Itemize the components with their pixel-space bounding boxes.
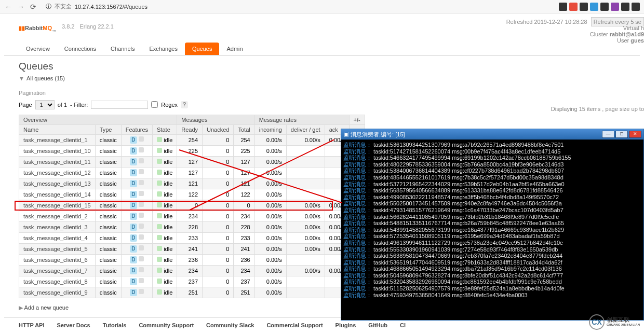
- queue-name-link[interactable]: task_message_clientid_13: [23, 180, 91, 187]
- total-count: 127: [234, 156, 254, 167]
- tab-overview[interactable]: Overview: [19, 43, 57, 55]
- queue-name-link[interactable]: task_message_clientid_11: [23, 159, 91, 165]
- col-header[interactable]: Ready: [177, 124, 203, 134]
- footer-link[interactable]: Community Slack: [206, 322, 254, 328]
- filter-input[interactable]: [91, 101, 148, 109]
- col-header[interactable]: Total: [234, 124, 254, 134]
- displaying-label: Displaying 15 items , page size up to: [551, 106, 644, 112]
- queue-name-link[interactable]: task_message_clientid_6: [23, 257, 88, 263]
- queue-state: idle: [153, 156, 177, 167]
- table-row: task_message_clientid_5classicD idle2410…: [19, 243, 365, 254]
- ext-icon[interactable]: [600, 3, 609, 11]
- durable-badge: D: [130, 224, 137, 231]
- back-icon[interactable]: ←: [4, 3, 12, 11]
- close-button[interactable]: ✕: [629, 131, 641, 138]
- log-line: 监听消息： taskid:5638958104734470669 msg:7eb…: [343, 253, 641, 259]
- reload-icon[interactable]: ⟳: [29, 3, 37, 11]
- queue-name-link[interactable]: task_message_clientid_5: [23, 246, 88, 252]
- ext-icon[interactable]: [621, 3, 629, 11]
- incoming-rate: 0.00/s: [254, 189, 286, 200]
- queue-name-link[interactable]: task_message_clientid_7: [23, 268, 88, 274]
- durable-badge: D: [130, 191, 137, 198]
- help-icon[interactable]: ?: [181, 101, 188, 108]
- total-count: 122: [234, 189, 254, 200]
- insecure-label: 不安全: [55, 3, 72, 10]
- col-header[interactable]: incoming: [254, 124, 286, 134]
- queue-type: classic: [95, 221, 121, 232]
- queue-state: idle: [153, 243, 177, 254]
- queue-name-link[interactable]: task_message_clientid_12: [23, 170, 91, 176]
- unacked-count: 0: [203, 178, 234, 189]
- ext-icon[interactable]: [590, 3, 598, 11]
- tab-exchanges[interactable]: Exchanges: [142, 43, 184, 55]
- queue-state: idle: [153, 265, 177, 276]
- tab-queues[interactable]: Queues: [185, 43, 220, 55]
- col-header[interactable]: Features: [121, 124, 152, 134]
- log-line: 监听消息： taskid:5115282506254907579 msg:8e8…: [343, 285, 641, 292]
- footer-link[interactable]: Tutorials: [103, 322, 127, 328]
- log-line: 监听消息： taskid:5365191477044609519 msg:79b…: [343, 259, 641, 266]
- col-header[interactable]: deliver / get: [286, 124, 325, 134]
- ext-icon[interactable]: [569, 3, 578, 11]
- tab-channels[interactable]: Channels: [103, 43, 142, 55]
- feature-icon: [139, 169, 144, 174]
- tab-connections[interactable]: Connections: [57, 43, 103, 55]
- minimize-button[interactable]: —: [602, 131, 614, 138]
- queue-name-link[interactable]: task_message_clientid_15: [23, 202, 91, 208]
- ready-count: 236: [177, 254, 203, 265]
- incoming-rate: 0.00/s: [254, 221, 286, 232]
- ext-icon[interactable]: [559, 3, 567, 11]
- queue-name-link[interactable]: task_message_clientid_9: [23, 289, 88, 296]
- footer-link[interactable]: Server Docs: [57, 322, 90, 328]
- maximize-button[interactable]: □: [615, 131, 628, 138]
- queue-name-link[interactable]: task_message_clientid_4: [23, 235, 88, 241]
- expander-label: All queues (15): [26, 75, 65, 81]
- queue-name-link[interactable]: task_message_clientid_10: [23, 148, 91, 154]
- col-header[interactable]: State: [153, 124, 177, 134]
- queue-name-link[interactable]: task_message_clientid_14: [23, 191, 91, 198]
- column-toggle[interactable]: +/-: [349, 115, 365, 124]
- deliver-rate: 0.00/s: [286, 221, 325, 232]
- refresh-timestamp: Refreshed 2019-12-27 10:28:28: [506, 19, 587, 25]
- ext-icon[interactable]: [580, 3, 588, 11]
- watermark-text-1: 创新互联: [607, 317, 640, 322]
- queue-name-link[interactable]: task_message_clientid_8: [23, 279, 88, 285]
- footer-link[interactable]: HTTP API: [19, 322, 45, 328]
- refresh-info: Refreshed 2019-12-27 10:28:28 Refresh ev…: [506, 19, 644, 44]
- regex-label: Regex: [161, 102, 178, 108]
- queue-name-link[interactable]: task_message_clientid_1: [23, 137, 88, 143]
- incoming-rate: 0.00/s: [254, 276, 286, 287]
- log-line: 监听消息： taskid:5466324177495499994 msg:691…: [343, 155, 641, 161]
- regex-checkbox[interactable]: [151, 101, 158, 108]
- col-header[interactable]: Name: [19, 124, 96, 134]
- footer-link[interactable]: Cl: [400, 322, 406, 328]
- footer-link[interactable]: Community Support: [139, 322, 194, 328]
- queue-type: classic: [95, 265, 121, 276]
- footer-link[interactable]: Plugins: [336, 322, 356, 328]
- queue-name-link[interactable]: task_message_clientid_2: [23, 213, 88, 219]
- total-count: 254: [234, 134, 254, 145]
- incoming-rate: 0.00/s: [254, 243, 286, 254]
- total-count: 233: [234, 232, 254, 243]
- log-line: 监听消息： taskid:4802295785336359004 msg:5b7…: [343, 161, 641, 168]
- queue-type: classic: [95, 276, 121, 287]
- tab-admin[interactable]: Admin: [219, 43, 250, 55]
- forward-icon[interactable]: →: [17, 3, 25, 11]
- total-count: 237: [234, 276, 254, 287]
- table-row: task_message_clientid_13classicD idle121…: [19, 178, 365, 189]
- page-select[interactable]: 1: [35, 100, 55, 109]
- queue-state: idle: [153, 276, 177, 287]
- col-header[interactable]: Unacked: [203, 124, 234, 134]
- logo-text-a: Rabbit: [25, 25, 43, 31]
- total-count: 241: [234, 243, 254, 254]
- virtual-host-label: Virtual h: [623, 25, 644, 31]
- all-queues-expander[interactable]: ▼All queues (15): [4, 74, 640, 86]
- col-header[interactable]: Type: [95, 124, 121, 134]
- address-bar[interactable]: ⓘ 不安全 10.27.4.123:15672/#/queues: [42, 2, 197, 11]
- queue-name-link[interactable]: task_message_clientid_3: [23, 224, 88, 230]
- ext-icon[interactable]: [632, 3, 640, 11]
- ext-icon[interactable]: [611, 3, 619, 11]
- footer-link[interactable]: GitHub: [368, 322, 387, 328]
- footer-link[interactable]: Commercial Support: [266, 322, 323, 328]
- console-titlebar[interactable]: ▣ 消息消费者,编号: [15] — □ ✕: [341, 129, 643, 140]
